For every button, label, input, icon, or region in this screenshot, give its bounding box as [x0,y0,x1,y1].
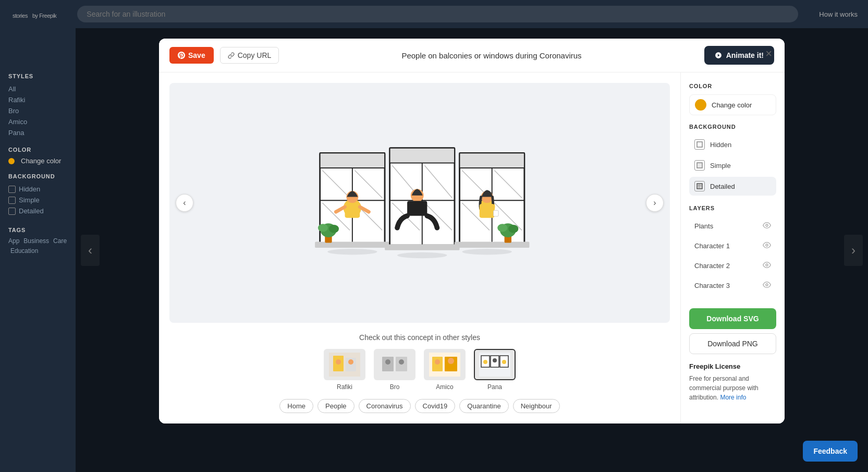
bg-detailed-label: Detailed [710,183,735,190]
tags-section-title: TAGS [8,227,67,233]
tag-quarantine[interactable]: Quarantine [459,399,508,413]
tag-covid19[interactable]: Covid19 [415,399,456,413]
download-png-button[interactable]: Download PNG [689,333,776,354]
eye-icon-character2[interactable] [763,261,771,270]
license-section: Freepik License Free for personal and co… [689,361,776,402]
more-info-link[interactable]: More info [720,394,746,401]
svg-point-47 [327,249,377,255]
layer-plants-label: Plants [694,222,713,230]
svg-rect-73 [697,163,702,168]
right-panel: COLOR Change color BACKGROUND [680,72,785,423]
svg-point-59 [399,359,404,365]
style-thumbnails: Rafiki [169,349,670,391]
style-thumb-pana[interactable]: Pana [474,349,516,391]
feedback-button[interactable]: Feedback [803,441,858,462]
eye-icon-character3[interactable] [763,281,771,289]
sidebar-item-all[interactable]: All [8,83,67,94]
svg-rect-74 [697,184,702,189]
tag-people[interactable]: People [317,399,354,413]
bro-thumb-img [374,349,415,380]
modal: Save Copy URL People on balconies or win… [159,39,785,423]
sidebar-bg-simple[interactable]: Simple [8,195,67,205]
how-it-works-link[interactable]: How it works [819,10,858,18]
svg-rect-45 [480,204,495,218]
layer-character1-label: Character 1 [694,242,730,250]
rafiki-preview [329,353,360,377]
illustration-next-btn[interactable]: › [646,194,664,212]
color-section-title: COLOR [8,147,67,153]
simple-bg-svg [696,162,703,168]
pana-thumb-img [474,349,516,380]
rafiki-label: Rafiki [337,383,352,391]
app-logo: stories by Freepik [10,8,56,20]
hidden-bg-svg [696,141,703,148]
sidebar-item-amico[interactable]: Amico [8,116,67,127]
close-button[interactable]: × [761,45,776,63]
color-dot [8,158,15,164]
search-input[interactable] [77,6,798,22]
rafiki-thumb-img [324,349,365,380]
tag-coronavirus[interactable]: Coronavirus [359,399,411,413]
link-icon [228,52,235,59]
amico-thumb-img [424,349,466,380]
bro-preview [379,353,410,377]
illustration-container: ‹ [169,83,670,323]
bg-detailed-icon [8,208,16,215]
download-svg-button[interactable]: Download SVG [689,308,776,329]
bg-simple-label: Simple [710,162,731,170]
style-thumb-bro[interactable]: Bro [374,349,415,391]
svg-point-54 [348,359,353,365]
svg-rect-20 [390,148,455,163]
sidebar-bg-detailed[interactable]: Detailed [8,205,67,216]
svg-point-58 [385,359,390,365]
save-button[interactable]: Save [169,47,214,64]
tags-row: Home People Coronavirus Covid19 Quaranti… [169,399,670,413]
bg-option-simple[interactable]: Simple [689,156,776,175]
eye-icon-plants[interactable] [763,222,771,230]
background-panel-title: BACKGROUND [689,124,776,130]
tag-neighbour[interactable]: Neighbour [513,399,560,413]
bg-option-detailed[interactable]: Detailed [689,177,776,196]
layer-character2: Character 2 [689,256,776,275]
styles-section-title: STYLES [8,73,67,79]
tag-business[interactable]: Business [23,237,49,245]
layer-character3: Character 3 [689,276,776,295]
svg-rect-27 [385,244,459,250]
sidebar-bg-hidden[interactable]: Hidden [8,184,67,195]
svg-rect-29 [407,201,427,216]
tag-app[interactable]: App [8,237,19,245]
style-thumb-rafiki[interactable]: Rafiki [324,349,365,391]
sidebar-item-pana[interactable]: Pana [8,127,67,138]
sidebar-bg-detailed-label: Detailed [19,207,44,215]
animate-icon [715,52,722,59]
change-color-btn[interactable]: Change color [689,94,776,115]
tag-home[interactable]: Home [279,399,313,413]
sidebar: STYLES All Rafiki Bro Amico Pana COLOR C… [0,28,76,472]
pana-preview [479,353,510,377]
layer-character3-label: Character 3 [694,282,730,289]
main-content: ‹ › Save Copy URL [76,28,868,472]
copy-url-button[interactable]: Copy URL [220,47,279,64]
pinterest-icon [178,52,185,59]
svg-rect-38 [455,242,529,248]
sidebar-item-bro[interactable]: Bro [8,105,67,116]
svg-point-41 [497,224,507,232]
eye-icon-character1[interactable] [763,241,771,250]
layer-character1: Character 1 [689,236,776,255]
tag-education[interactable]: Education [10,247,38,255]
tag-care[interactable]: Care [53,237,67,245]
bg-option-hidden[interactable]: Hidden [689,135,776,154]
eye-svg-char1 [763,242,771,248]
sidebar-item-rafiki[interactable]: Rafiki [8,94,67,105]
sidebar-bg-simple-label: Simple [19,196,40,204]
bg-hidden-icon [694,139,705,150]
illustration-area: ‹ [159,72,680,423]
illustration-prev-btn[interactable]: ‹ [176,194,193,212]
style-thumb-amico[interactable]: Amico [424,349,466,391]
svg-point-42 [508,225,518,233]
svg-point-12 [318,224,328,232]
sidebar-change-color[interactable]: Change color [8,157,67,165]
amico-label: Amico [436,383,453,391]
svg-rect-2 [320,153,385,168]
sidebar-bg-hidden-label: Hidden [19,185,40,193]
